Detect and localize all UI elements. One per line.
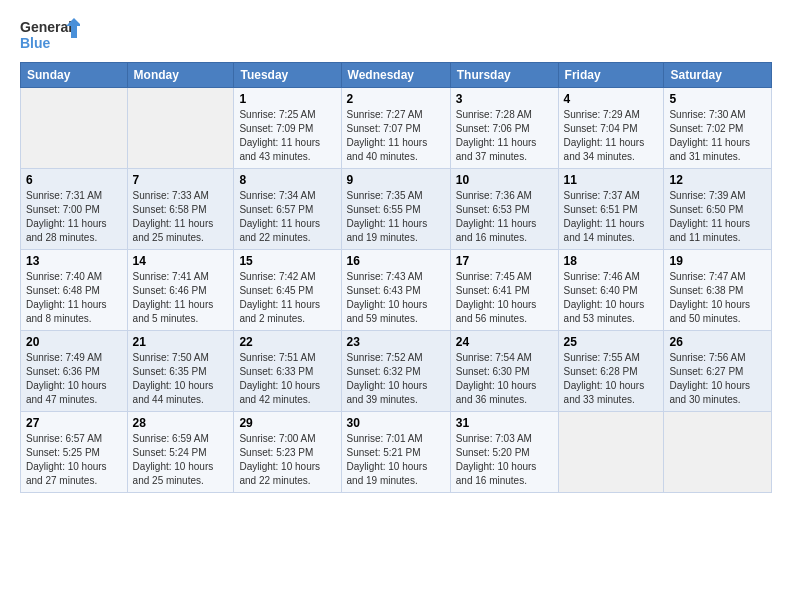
day-info: Sunrise: 7:43 AM Sunset: 6:43 PM Dayligh… bbox=[347, 270, 445, 326]
day-cell: 2Sunrise: 7:27 AM Sunset: 7:07 PM Daylig… bbox=[341, 88, 450, 169]
day-cell: 1Sunrise: 7:25 AM Sunset: 7:09 PM Daylig… bbox=[234, 88, 341, 169]
day-info: Sunrise: 7:31 AM Sunset: 7:00 PM Dayligh… bbox=[26, 189, 122, 245]
day-cell: 8Sunrise: 7:34 AM Sunset: 6:57 PM Daylig… bbox=[234, 169, 341, 250]
day-number: 31 bbox=[456, 416, 553, 430]
day-info: Sunrise: 7:33 AM Sunset: 6:58 PM Dayligh… bbox=[133, 189, 229, 245]
day-cell: 3Sunrise: 7:28 AM Sunset: 7:06 PM Daylig… bbox=[450, 88, 558, 169]
day-cell: 9Sunrise: 7:35 AM Sunset: 6:55 PM Daylig… bbox=[341, 169, 450, 250]
day-cell: 13Sunrise: 7:40 AM Sunset: 6:48 PM Dayli… bbox=[21, 250, 128, 331]
day-number: 28 bbox=[133, 416, 229, 430]
day-number: 12 bbox=[669, 173, 766, 187]
day-info: Sunrise: 7:51 AM Sunset: 6:33 PM Dayligh… bbox=[239, 351, 335, 407]
day-cell: 17Sunrise: 7:45 AM Sunset: 6:41 PM Dayli… bbox=[450, 250, 558, 331]
weekday-header-thursday: Thursday bbox=[450, 63, 558, 88]
day-cell bbox=[127, 88, 234, 169]
day-number: 1 bbox=[239, 92, 335, 106]
day-number: 16 bbox=[347, 254, 445, 268]
weekday-header-row: SundayMondayTuesdayWednesdayThursdayFrid… bbox=[21, 63, 772, 88]
day-cell: 31Sunrise: 7:03 AM Sunset: 5:20 PM Dayli… bbox=[450, 412, 558, 493]
day-info: Sunrise: 7:50 AM Sunset: 6:35 PM Dayligh… bbox=[133, 351, 229, 407]
day-cell bbox=[558, 412, 664, 493]
day-cell: 4Sunrise: 7:29 AM Sunset: 7:04 PM Daylig… bbox=[558, 88, 664, 169]
day-info: Sunrise: 7:34 AM Sunset: 6:57 PM Dayligh… bbox=[239, 189, 335, 245]
day-number: 17 bbox=[456, 254, 553, 268]
day-info: Sunrise: 7:46 AM Sunset: 6:40 PM Dayligh… bbox=[564, 270, 659, 326]
day-info: Sunrise: 7:52 AM Sunset: 6:32 PM Dayligh… bbox=[347, 351, 445, 407]
day-cell bbox=[664, 412, 772, 493]
logo-svg: General Blue bbox=[20, 16, 80, 52]
day-number: 5 bbox=[669, 92, 766, 106]
logo: General Blue bbox=[20, 16, 80, 52]
day-cell: 19Sunrise: 7:47 AM Sunset: 6:38 PM Dayli… bbox=[664, 250, 772, 331]
day-info: Sunrise: 7:35 AM Sunset: 6:55 PM Dayligh… bbox=[347, 189, 445, 245]
weekday-header-tuesday: Tuesday bbox=[234, 63, 341, 88]
day-cell: 22Sunrise: 7:51 AM Sunset: 6:33 PM Dayli… bbox=[234, 331, 341, 412]
page: General Blue SundayMondayTuesdayWednesda… bbox=[0, 0, 792, 612]
day-info: Sunrise: 7:36 AM Sunset: 6:53 PM Dayligh… bbox=[456, 189, 553, 245]
day-info: Sunrise: 7:37 AM Sunset: 6:51 PM Dayligh… bbox=[564, 189, 659, 245]
day-info: Sunrise: 6:57 AM Sunset: 5:25 PM Dayligh… bbox=[26, 432, 122, 488]
day-info: Sunrise: 6:59 AM Sunset: 5:24 PM Dayligh… bbox=[133, 432, 229, 488]
svg-text:Blue: Blue bbox=[20, 35, 51, 51]
day-info: Sunrise: 7:39 AM Sunset: 6:50 PM Dayligh… bbox=[669, 189, 766, 245]
day-number: 6 bbox=[26, 173, 122, 187]
week-row-1: 1Sunrise: 7:25 AM Sunset: 7:09 PM Daylig… bbox=[21, 88, 772, 169]
day-info: Sunrise: 7:49 AM Sunset: 6:36 PM Dayligh… bbox=[26, 351, 122, 407]
day-number: 14 bbox=[133, 254, 229, 268]
day-cell: 14Sunrise: 7:41 AM Sunset: 6:46 PM Dayli… bbox=[127, 250, 234, 331]
day-info: Sunrise: 7:00 AM Sunset: 5:23 PM Dayligh… bbox=[239, 432, 335, 488]
day-number: 15 bbox=[239, 254, 335, 268]
day-number: 11 bbox=[564, 173, 659, 187]
weekday-header-monday: Monday bbox=[127, 63, 234, 88]
header: General Blue bbox=[20, 16, 772, 52]
day-info: Sunrise: 7:03 AM Sunset: 5:20 PM Dayligh… bbox=[456, 432, 553, 488]
weekday-header-friday: Friday bbox=[558, 63, 664, 88]
day-cell: 12Sunrise: 7:39 AM Sunset: 6:50 PM Dayli… bbox=[664, 169, 772, 250]
day-info: Sunrise: 7:25 AM Sunset: 7:09 PM Dayligh… bbox=[239, 108, 335, 164]
day-cell: 25Sunrise: 7:55 AM Sunset: 6:28 PM Dayli… bbox=[558, 331, 664, 412]
day-info: Sunrise: 7:01 AM Sunset: 5:21 PM Dayligh… bbox=[347, 432, 445, 488]
day-info: Sunrise: 7:42 AM Sunset: 6:45 PM Dayligh… bbox=[239, 270, 335, 326]
day-number: 3 bbox=[456, 92, 553, 106]
day-info: Sunrise: 7:29 AM Sunset: 7:04 PM Dayligh… bbox=[564, 108, 659, 164]
day-cell: 21Sunrise: 7:50 AM Sunset: 6:35 PM Dayli… bbox=[127, 331, 234, 412]
day-number: 2 bbox=[347, 92, 445, 106]
day-number: 21 bbox=[133, 335, 229, 349]
day-cell: 18Sunrise: 7:46 AM Sunset: 6:40 PM Dayli… bbox=[558, 250, 664, 331]
weekday-header-saturday: Saturday bbox=[664, 63, 772, 88]
day-number: 10 bbox=[456, 173, 553, 187]
day-cell: 7Sunrise: 7:33 AM Sunset: 6:58 PM Daylig… bbox=[127, 169, 234, 250]
day-cell: 28Sunrise: 6:59 AM Sunset: 5:24 PM Dayli… bbox=[127, 412, 234, 493]
day-info: Sunrise: 7:41 AM Sunset: 6:46 PM Dayligh… bbox=[133, 270, 229, 326]
day-number: 18 bbox=[564, 254, 659, 268]
week-row-4: 20Sunrise: 7:49 AM Sunset: 6:36 PM Dayli… bbox=[21, 331, 772, 412]
day-cell: 23Sunrise: 7:52 AM Sunset: 6:32 PM Dayli… bbox=[341, 331, 450, 412]
day-cell: 11Sunrise: 7:37 AM Sunset: 6:51 PM Dayli… bbox=[558, 169, 664, 250]
day-number: 26 bbox=[669, 335, 766, 349]
day-number: 9 bbox=[347, 173, 445, 187]
day-number: 27 bbox=[26, 416, 122, 430]
week-row-3: 13Sunrise: 7:40 AM Sunset: 6:48 PM Dayli… bbox=[21, 250, 772, 331]
day-number: 13 bbox=[26, 254, 122, 268]
day-info: Sunrise: 7:45 AM Sunset: 6:41 PM Dayligh… bbox=[456, 270, 553, 326]
day-number: 7 bbox=[133, 173, 229, 187]
day-number: 4 bbox=[564, 92, 659, 106]
svg-text:General: General bbox=[20, 19, 72, 35]
day-cell: 29Sunrise: 7:00 AM Sunset: 5:23 PM Dayli… bbox=[234, 412, 341, 493]
week-row-2: 6Sunrise: 7:31 AM Sunset: 7:00 PM Daylig… bbox=[21, 169, 772, 250]
day-cell: 15Sunrise: 7:42 AM Sunset: 6:45 PM Dayli… bbox=[234, 250, 341, 331]
day-number: 20 bbox=[26, 335, 122, 349]
day-info: Sunrise: 7:28 AM Sunset: 7:06 PM Dayligh… bbox=[456, 108, 553, 164]
day-info: Sunrise: 7:30 AM Sunset: 7:02 PM Dayligh… bbox=[669, 108, 766, 164]
day-cell: 5Sunrise: 7:30 AM Sunset: 7:02 PM Daylig… bbox=[664, 88, 772, 169]
day-cell: 6Sunrise: 7:31 AM Sunset: 7:00 PM Daylig… bbox=[21, 169, 128, 250]
day-info: Sunrise: 7:47 AM Sunset: 6:38 PM Dayligh… bbox=[669, 270, 766, 326]
week-row-5: 27Sunrise: 6:57 AM Sunset: 5:25 PM Dayli… bbox=[21, 412, 772, 493]
day-cell: 30Sunrise: 7:01 AM Sunset: 5:21 PM Dayli… bbox=[341, 412, 450, 493]
day-number: 22 bbox=[239, 335, 335, 349]
weekday-header-wednesday: Wednesday bbox=[341, 63, 450, 88]
day-cell bbox=[21, 88, 128, 169]
calendar-table: SundayMondayTuesdayWednesdayThursdayFrid… bbox=[20, 62, 772, 493]
day-cell: 27Sunrise: 6:57 AM Sunset: 5:25 PM Dayli… bbox=[21, 412, 128, 493]
day-info: Sunrise: 7:55 AM Sunset: 6:28 PM Dayligh… bbox=[564, 351, 659, 407]
